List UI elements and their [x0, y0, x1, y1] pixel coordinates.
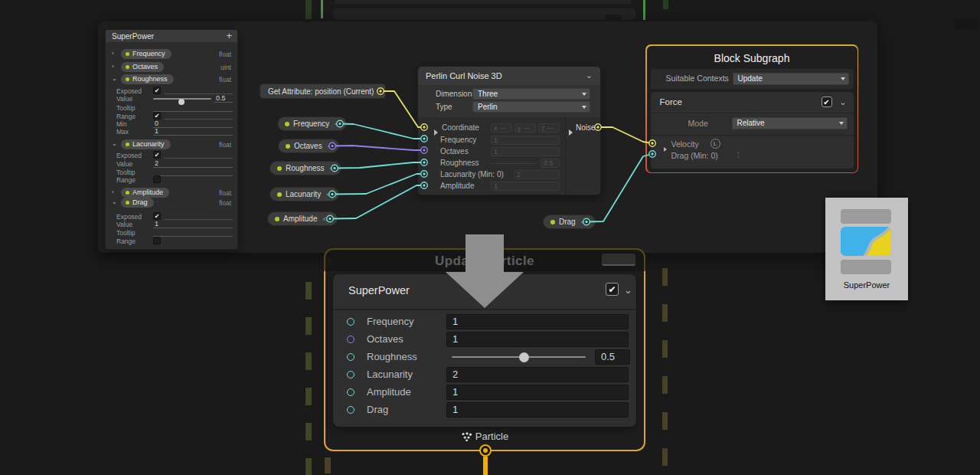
suitable-contexts-dropdown[interactable]: Update [733, 73, 849, 85]
parameter-node-roughness[interactable]: Roughness< [270, 161, 341, 175]
max-input[interactable]: 1 [153, 127, 233, 136]
collapse-icon[interactable]: < [581, 218, 585, 226]
value-input[interactable]: 1 [153, 220, 233, 228]
node-header[interactable]: Perlin Curl Noise 3D ⌄ [418, 67, 600, 85]
flow-output-port-icon[interactable] [479, 444, 492, 457]
force-title: Force [660, 97, 682, 106]
property-row-octaves[interactable]: › Octaves uint [106, 62, 237, 72]
dimmed-node-fragment [605, 15, 622, 21]
float-port-icon[interactable] [347, 318, 354, 326]
roughness-input[interactable]: 0.5 [595, 349, 630, 365]
roughness-field[interactable]: 0.5 [541, 159, 560, 168]
block-collapse-chevron-icon[interactable]: ⌄ [624, 284, 632, 296]
tooltip-input[interactable] [153, 228, 233, 237]
parameter-node-drag[interactable]: Drag< [543, 215, 596, 229]
roughness-slider-handle[interactable] [519, 352, 529, 362]
coordinate-x-field[interactable]: x — [491, 123, 512, 133]
value-slider[interactable] [153, 98, 211, 100]
range-checkbox[interactable] [153, 175, 161, 183]
chevron-down-icon[interactable]: ⌄ [586, 70, 593, 80]
parameter-node-octaves[interactable]: Octaves< [278, 139, 339, 153]
force-enabled-checkbox[interactable]: ✔ [822, 97, 832, 107]
block-enabled-checkbox[interactable]: ✔ [606, 283, 619, 296]
context-header-button[interactable] [602, 254, 635, 266]
range-checkbox[interactable]: ✔ [153, 112, 161, 120]
frequency-input[interactable]: 1 [446, 314, 629, 329]
tooltip-input[interactable] [153, 103, 233, 112]
parameter-node-amplitude[interactable]: Amplitude< [267, 211, 338, 226]
property-pill[interactable]: Roughness [121, 74, 174, 84]
block-row-drag: Drag 1 [333, 401, 636, 419]
property-pill[interactable]: Drag [121, 198, 154, 208]
property-pill[interactable]: Amplitude [121, 188, 169, 198]
mode-dropdown[interactable]: Relative [732, 117, 848, 129]
float-port-icon[interactable] [347, 406, 354, 414]
float-port-icon[interactable] [347, 388, 354, 396]
lacunarity-field[interactable]: 2 [514, 170, 560, 179]
property-type: float [219, 51, 231, 58]
coordinate-z-field[interactable]: z — [538, 123, 560, 133]
block-subgraph-panel[interactable]: Block Subgraph Suitable Contexts Update … [645, 44, 858, 173]
property-pill[interactable]: Lacunarity [121, 139, 171, 149]
property-row-amplitude[interactable]: › Amplitude float [106, 188, 237, 198]
parameter-node-frequency[interactable]: Frequency< [277, 116, 347, 131]
float-port-icon[interactable] [347, 371, 354, 378]
frequency-field[interactable]: 1 [491, 136, 560, 145]
type-dropdown[interactable]: Perlin [472, 101, 590, 113]
expand-triangle-icon[interactable] [434, 125, 438, 139]
chevron-right-icon[interactable]: › [112, 50, 114, 57]
chevron-down-icon[interactable]: ⌄ [839, 97, 846, 107]
property-row-lacunarity[interactable]: ⌄ Lacunarity float [106, 139, 237, 149]
chevron-down-icon[interactable]: ⌄ [112, 198, 117, 205]
add-property-button[interactable]: + [226, 30, 232, 41]
octaves-input[interactable]: 1 [446, 332, 629, 347]
collapse-icon[interactable]: < [335, 120, 338, 128]
parameter-node-lacunarity[interactable]: Lacunarity< [270, 187, 339, 201]
dimensions-dropdown[interactable]: Three [472, 88, 590, 100]
range-checkbox[interactable] [153, 237, 161, 244]
exposed-checkbox[interactable]: ✔ [153, 87, 161, 94]
chevron-down-icon[interactable]: ⌄ [112, 75, 117, 82]
float-port-icon[interactable] [347, 353, 354, 361]
property-row-roughness[interactable]: ⌄ Roughness float [106, 74, 237, 84]
expand-triangle-icon[interactable] [664, 141, 667, 155]
property-row-drag[interactable]: ⌄ Drag float [106, 198, 237, 208]
collapse-icon[interactable]: < [326, 191, 330, 198]
chevron-right-icon[interactable]: › [112, 188, 114, 195]
force-block[interactable]: Force ✔ ⌄ Mode Relative Velocity L Drag … [651, 92, 854, 169]
dropdown-arrow-icon [839, 122, 844, 125]
row-label: Frequency [367, 316, 413, 327]
exposed-checkbox[interactable]: ✔ [153, 151, 161, 159]
exposed-checkbox[interactable]: ✔ [153, 212, 161, 220]
input-octaves-label: Octaves [440, 147, 469, 156]
update-particle-context[interactable]: Update Particle SuperPower ✔ ⌄ Frequency… [324, 248, 645, 451]
chevron-right-icon[interactable]: › [112, 63, 114, 70]
roughness-slider[interactable] [452, 356, 586, 358]
perlin-curl-noise-node[interactable]: Perlin Curl Noise 3D ⌄ Dimensions Three … [417, 66, 601, 195]
property-row-frequency[interactable]: › Frequency float [106, 49, 237, 59]
input-roughness-label: Roughness [440, 159, 479, 167]
superpower-asset-thumbnail[interactable]: SuperPower [825, 198, 908, 300]
amplitude-input[interactable]: 1 [446, 385, 629, 400]
value-input[interactable]: 0.5 [214, 94, 233, 103]
chevron-down-icon[interactable]: ⌄ [112, 140, 117, 147]
uint-port-icon[interactable] [347, 336, 354, 343]
get-attribute-node[interactable]: Get Attribute: position (Current) [260, 84, 386, 99]
value-input[interactable]: 2 [153, 159, 233, 168]
collapse-icon[interactable]: < [330, 165, 334, 172]
lacunarity-input[interactable]: 2 [446, 367, 629, 382]
dimensions-label: Dimensions [436, 90, 475, 98]
type-label: Type [436, 103, 452, 111]
property-pill[interactable]: Frequency [121, 49, 172, 59]
superpower-block[interactable]: SuperPower ✔ ⌄ Frequency 1 Octaves 1 Rou… [333, 274, 636, 427]
blackboard-panel[interactable]: SuperPower + › Frequency float › Octaves… [105, 29, 238, 250]
collapse-icon[interactable]: < [322, 215, 326, 223]
drag-input[interactable]: 1 [446, 402, 629, 418]
output-noise-label: Noise [576, 123, 596, 132]
roughness-mini-slider[interactable] [491, 163, 537, 164]
octaves-field[interactable]: 1 [491, 147, 560, 156]
property-pill[interactable]: Octaves [121, 62, 164, 72]
amplitude-field[interactable]: 1 [491, 182, 560, 191]
coordinate-y-field[interactable]: y — [514, 123, 536, 133]
collapse-icon[interactable]: < [328, 142, 332, 150]
